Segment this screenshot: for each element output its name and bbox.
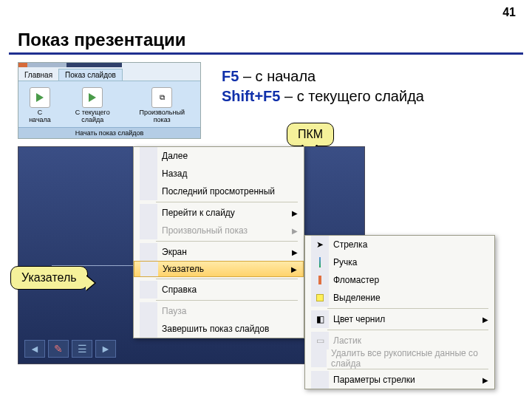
context-menu-item[interactable]: Завершить показ слайдов bbox=[134, 320, 304, 338]
callout-rmb: ПКМ bbox=[287, 123, 334, 146]
context-menu-item: Произвольный показ▶ bbox=[134, 222, 304, 239]
context-menu-item[interactable]: Последний просмотренный bbox=[134, 183, 304, 200]
from-start-label: С начала bbox=[26, 109, 54, 124]
from-current-button[interactable]: С текущего слайда bbox=[61, 86, 123, 126]
page-title: Показ презентации bbox=[18, 30, 532, 50]
context-menu-item[interactable]: Далее bbox=[134, 147, 304, 165]
custom-show-button[interactable]: ⧉ Произвольный показ bbox=[128, 86, 196, 126]
pointer-submenu: ➤СтрелкаРучкаФломастерВыделение◧Цвет чер… bbox=[304, 235, 495, 389]
nav-menu-button[interactable]: ☰ bbox=[72, 340, 92, 358]
context-menu-item: Пауза bbox=[134, 302, 304, 320]
submenu-item[interactable]: Фломастер bbox=[305, 271, 494, 289]
submenu-item: ▭Ластик bbox=[305, 332, 494, 349]
nav-pen-button[interactable]: ✎ bbox=[48, 340, 69, 358]
context-menu-item[interactable]: Указатель▶ bbox=[134, 261, 304, 277]
from-current-icon bbox=[82, 87, 103, 108]
context-menu-item[interactable]: Справка bbox=[134, 281, 304, 299]
key-f5: F5 bbox=[222, 68, 239, 84]
submenu-item: Удалить все рукописные данные со слайда bbox=[305, 349, 494, 367]
from-start-button[interactable]: С начала bbox=[23, 86, 57, 126]
submenu-item[interactable]: Ручка bbox=[305, 253, 494, 271]
ribbon-group-label: Начать показ слайдов bbox=[18, 127, 200, 138]
nav-next-button[interactable]: ► bbox=[95, 340, 116, 358]
preview-nav-buttons: ◄ ✎ ☰ ► bbox=[24, 340, 116, 358]
custom-show-label: Произвольный показ bbox=[131, 109, 193, 124]
custom-show-icon: ⧉ bbox=[151, 87, 172, 108]
callout-pointer: Указатель bbox=[10, 266, 88, 290]
tab-slideshow[interactable]: Показ слайдов bbox=[58, 69, 123, 81]
page-number: 41 bbox=[502, 6, 516, 19]
submenu-item[interactable]: Выделение bbox=[305, 289, 494, 307]
key-shift-f5: Shift+F5 bbox=[222, 88, 280, 104]
context-menu-item[interactable]: Назад bbox=[134, 165, 304, 183]
from-start-icon bbox=[30, 87, 50, 108]
shortcut-explanation: F5 – с начала Shift+F5 – с текущего слай… bbox=[222, 66, 424, 106]
ribbon: Главная Показ слайдов С начала С текущег… bbox=[18, 62, 201, 139]
submenu-item[interactable]: ➤Стрелка bbox=[305, 236, 494, 253]
ribbon-tabs: Главная Показ слайдов bbox=[18, 67, 200, 81]
context-menu-item[interactable]: Перейти к слайду▶ bbox=[134, 204, 304, 222]
submenu-item[interactable]: ◧Цвет чернил▶ bbox=[305, 310, 494, 328]
nav-prev-button[interactable]: ◄ bbox=[24, 340, 45, 358]
tab-main[interactable]: Главная bbox=[18, 69, 58, 81]
submenu-item[interactable]: Параметры стрелки▶ bbox=[305, 371, 494, 389]
title-divider bbox=[9, 52, 523, 55]
context-menu: ДалееНазадПоследний просмотренныйПерейти… bbox=[133, 146, 304, 338]
context-menu-item[interactable]: Экран▶ bbox=[134, 243, 304, 261]
from-current-label: С текущего слайда bbox=[64, 109, 120, 124]
